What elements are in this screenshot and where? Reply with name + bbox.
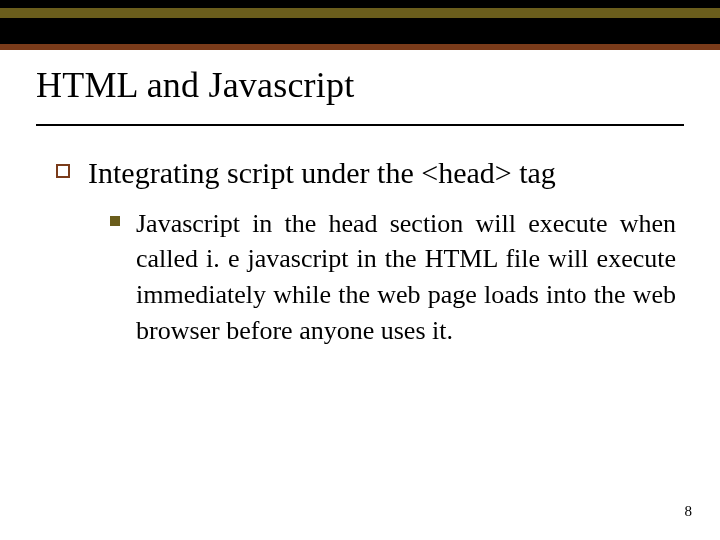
level1-text: Integrating script under the <head> tag — [88, 154, 556, 192]
bar-segment — [0, 18, 720, 44]
bar-segment — [0, 8, 720, 18]
content-area: Integrating script under the <head> tag … — [0, 126, 720, 349]
list-item: Integrating script under the <head> tag — [56, 154, 676, 192]
slide-title: HTML and Javascript — [36, 64, 684, 106]
bar-segment — [0, 0, 720, 8]
slide: HTML and Javascript Integrating script u… — [0, 0, 720, 540]
top-decorative-bar — [0, 0, 720, 50]
list-item: Javascript in the head section will exec… — [110, 206, 676, 350]
square-open-bullet-icon — [56, 164, 70, 178]
page-number: 8 — [685, 503, 693, 520]
level2-text: Javascript in the head section will exec… — [136, 206, 676, 350]
title-area: HTML and Javascript — [0, 50, 720, 114]
square-filled-bullet-icon — [110, 216, 120, 226]
